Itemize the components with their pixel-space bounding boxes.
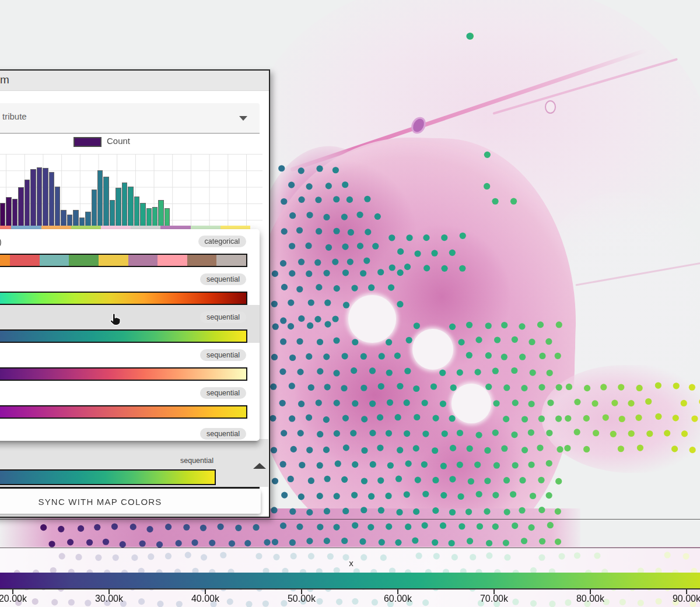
colormap-preview-magma [0, 367, 247, 381]
palette-segment [216, 255, 246, 266]
colormap-option-turbo[interactable]: sequential [0, 267, 260, 305]
histogram-bar [67, 215, 72, 226]
axis-tick-label: 40.00k [179, 594, 232, 604]
histogram-bars [0, 154, 192, 226]
map-band-line [0, 519, 700, 520]
histogram-bar [158, 200, 163, 226]
attribute-select-value: tribute [2, 111, 27, 121]
palette-segment [10, 255, 40, 266]
colormap-preview-plasma [0, 405, 247, 419]
colormap-type-badge: sequential [200, 387, 246, 399]
panel-divider [0, 487, 260, 489]
axis-tick-label: 20.00k [0, 594, 39, 604]
palette-segment [187, 255, 217, 266]
palette-segment [0, 255, 10, 266]
histogram-bar [128, 187, 133, 226]
histogram-bar [116, 188, 121, 226]
colormap-type-badge: categorical [198, 236, 246, 247]
histogram-bar [55, 187, 60, 226]
axis-tick-label: 30.00k [83, 594, 135, 604]
histogram-bar [18, 187, 23, 226]
histogram-bar [97, 170, 103, 226]
histogram-bar [146, 208, 152, 226]
palette-segment [128, 255, 158, 266]
colormap-dropdown: ) categorical sequential sequential sequ… [0, 229, 260, 441]
axis-tick-label: 90.00k [660, 594, 700, 604]
histogram-bar [164, 208, 170, 226]
axis-tick-label: 50.00k [275, 594, 328, 604]
panel-title: m [0, 73, 9, 86]
histogram-bar [79, 217, 85, 226]
histogram-bar [43, 168, 48, 226]
colormap-option-categorical[interactable]: ) categorical [0, 229, 260, 267]
histogram-bar [92, 190, 97, 226]
colormap-preview-tableau10 [0, 254, 247, 267]
palette-segment [99, 255, 128, 266]
x-axis-title: x [0, 558, 700, 568]
legend-swatch [74, 137, 102, 147]
colormap-option-label: ) [0, 237, 2, 247]
app-stage: x 20.00k30.00k40.00k50.00k60.00k70.00k80… [0, 0, 700, 607]
colormap-preview-viridis [0, 329, 247, 343]
histogram-bar [49, 172, 54, 226]
colormap-option-viridis[interactable]: sequential [0, 305, 260, 343]
axis-tick-label: 60.00k [372, 594, 424, 604]
histogram-bar [85, 212, 90, 226]
histogram-bar [24, 180, 30, 226]
axis-tick-label: 80.00k [564, 594, 617, 604]
histogram-bar [0, 203, 5, 226]
legend-label: Count [107, 136, 130, 146]
histogram-bar [134, 197, 139, 226]
sync-button-label: SYNC WITH MAP COLORS [38, 497, 162, 507]
histogram-bar [110, 200, 115, 226]
histogram-bar [6, 197, 11, 226]
axis-tick-label: 70.00k [468, 594, 520, 604]
palette-segment [40, 255, 69, 266]
histogram-bar [61, 210, 66, 226]
histogram-bar [152, 207, 158, 226]
colormap-type-badge: sequential [174, 455, 220, 466]
colormap-type-badge: sequential [200, 428, 246, 440]
histogram-bar [12, 199, 18, 226]
panel-header: m [0, 71, 269, 91]
sync-with-map-colors-button[interactable]: SYNC WITH MAP COLORS [0, 490, 261, 514]
histogram-bar [122, 183, 127, 226]
histogram-bar [103, 177, 108, 226]
histogram-bar [140, 203, 145, 226]
colormap-option-plasma[interactable]: sequential [0, 381, 260, 419]
histogram-bar [30, 169, 36, 226]
histogram-bar [37, 167, 42, 226]
mouse-cursor-hand-icon [110, 313, 121, 329]
chevron-down-icon [239, 116, 247, 121]
colormap-option-partial[interactable]: sequential [0, 419, 260, 441]
colormap-select-row[interactable]: sequential [0, 439, 268, 487]
histogram-bar [73, 210, 78, 226]
collapse-arrow-icon[interactable] [253, 463, 266, 469]
colormap-type-badge: sequential [200, 311, 246, 323]
palette-segment [158, 255, 187, 266]
colormap-type-badge: sequential [200, 349, 246, 361]
palette-segment [69, 255, 99, 266]
attribute-select[interactable]: tribute [0, 103, 260, 134]
x-axis-colorbar [0, 573, 700, 590]
colormap-type-badge: sequential [200, 273, 246, 285]
selected-colormap-preview [0, 469, 216, 485]
colormap-preview-turbo [0, 292, 247, 305]
colormap-option-magma[interactable]: sequential [0, 343, 260, 381]
